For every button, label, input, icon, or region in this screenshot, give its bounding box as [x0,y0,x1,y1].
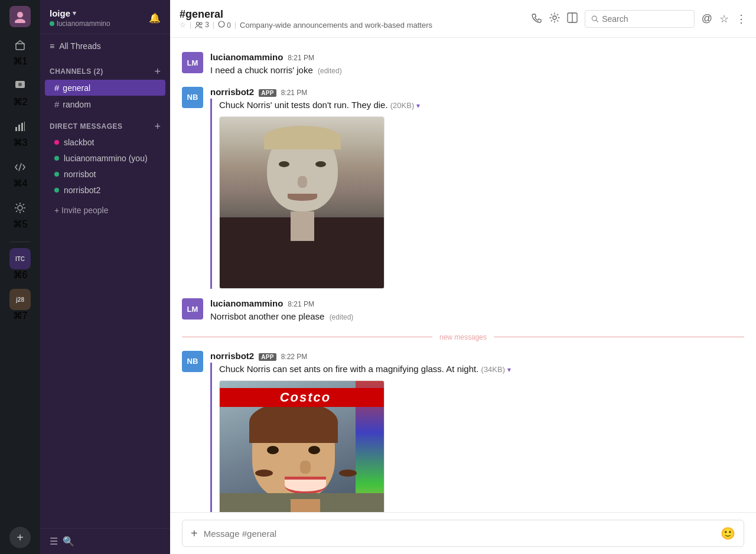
dm-name-luciano: lucianomammino (you) [64,154,148,163]
add-dm-icon[interactable]: + [154,121,161,132]
sidebar-footer-menu-icon[interactable]: ☰ [50,536,58,547]
settings-icon[interactable] [549,12,560,25]
workspace-name[interactable]: loige ▾ [50,8,110,18]
call-icon[interactable] [532,12,542,25]
sidebar-footer-search-icon[interactable]: 🔍 [63,536,74,547]
app-badge-4: APP [259,353,276,361]
new-messages-divider: new messages [170,328,756,346]
mustache-right [339,470,357,477]
dm-section-header: DIRECT MESSAGES + [40,113,170,134]
mustache-left [255,470,273,477]
rail-activity[interactable] [9,116,31,137]
rail-item-wrapper-7: j28 ⌘7 [9,289,31,321]
dm-item-norrisbot2[interactable]: norrisbot2 [45,183,165,198]
hair [264,126,341,149]
message-text-2: Chuck Norris' unit tests don't run. They… [219,99,744,112]
all-threads-link[interactable]: ≡ All Threads [40,38,170,54]
rail-starburst[interactable] [9,197,31,219]
message-content-4: norrisbot2 APP 8:22 PM Chuck Norris can … [210,351,744,513]
rail-shortcut-2: ⌘2 [13,96,28,107]
workspace-avatar[interactable] [9,6,31,27]
message-header-1: lucianomammino 8:21 PM [210,52,744,62]
layout-icon[interactable] [567,12,578,25]
svg-line-15 [23,211,24,212]
all-threads-icon: ≡ [50,41,54,51]
message-input-area: + 🙂 [170,512,756,554]
message-content-3: lucianomammino 8:21 PM Norrisbot another… [210,298,744,324]
channels-label: CHANNELS (2) [50,67,103,76]
chuck-color-image: Costco [220,381,384,512]
svg-point-0 [17,12,23,18]
rail-dms[interactable] [9,75,31,96]
rail-itc[interactable]: ITC [9,248,31,269]
rail-shortcut-3: ⌘3 [13,137,28,148]
rail-item-wrapper-3: ⌘3 [9,116,31,148]
message-author-2: norrisbot2 [210,87,254,97]
rail-shortcut-6: ⌘6 [13,269,28,281]
chuck-bw-image [220,117,384,288]
dm-label: DIRECT MESSAGES [50,122,123,131]
bot-message-4: Chuck Norris can set ants on fire with a… [210,363,744,513]
starred-items-icon[interactable]: ☆ [719,12,729,25]
message-group-4: NB norrisbot2 APP 8:22 PM Chuck Norris c… [170,346,756,513]
message-time-3: 8:21 PM [288,300,314,308]
rail-home[interactable] [9,34,31,56]
channel-star-icon[interactable]: ☆ [180,21,186,29]
avatar-norrisbot2-2: NB [182,351,203,372]
channel-name-random: random [63,100,90,109]
separator2: | [213,21,214,29]
hair-color [249,402,338,443]
svg-point-20 [219,21,224,27]
more-options-icon[interactable]: ⋮ [736,12,747,25]
rail-add-workspace[interactable]: + [9,527,31,548]
mention-icon[interactable]: @ [702,12,712,25]
icon-rail: ⌘1 ⌘2 ⌘3 ⌘4 [0,0,40,554]
mouth [288,194,317,201]
rail-j28[interactable]: j28 [9,289,31,310]
invite-people-label: + Invite people [54,206,108,215]
eyes [279,161,326,167]
message-text-3: Norrisbot another one please (edited) [210,310,744,324]
image-toggle-4[interactable]: ▾ [507,366,511,374]
emoji-icon[interactable]: 🙂 [721,526,735,540]
message-edited-1: (edited) [318,67,342,75]
notifications-bell-icon[interactable]: 🔔 [149,12,161,24]
message-header-2: norrisbot2 APP 8:21 PM [210,87,744,97]
workspace-info: loige ▾ lucianomammino [50,8,110,28]
rail-item-wrapper-1: ⌘1 [9,34,31,67]
rail-shortcut-5: ⌘5 [13,219,28,230]
neck-color [291,499,320,512]
channel-header-info: #general ☆ | 3 | [180,8,432,30]
message-group-2: NB norrisbot2 APP 8:21 PM Chuck Norris' … [170,82,756,294]
message-input[interactable] [204,529,715,539]
rail-dev[interactable] [9,157,31,178]
rail-shortcut-4: ⌘4 [13,178,28,189]
svg-point-21 [553,16,556,19]
main-chat: #general ☆ | 3 | [170,0,756,554]
chat-header: #general ☆ | 3 | [170,0,756,38]
nose-color [300,461,311,474]
message-content-2: norrisbot2 APP 8:21 PM Chuck Norris' uni… [210,87,744,289]
reactions-count: 0 [218,21,231,30]
message-image-bw [219,116,384,289]
search-box [585,10,695,28]
svg-point-18 [197,22,200,25]
search-input[interactable] [602,14,688,24]
dm-name-slackbot: slackbot [64,138,94,147]
reactions-icon [218,21,225,28]
rail-shortcut-7: ⌘7 [13,310,28,321]
attachment-plus-icon[interactable]: + [191,527,198,540]
dm-item-lucianomammino[interactable]: lucianomammino (you) [45,151,165,166]
add-channel-icon[interactable]: + [154,66,161,77]
dm-status-dot-slackbot [54,140,59,145]
image-toggle-2[interactable]: ▾ [416,102,420,110]
message-author-3: lucianomammino [210,298,283,308]
invite-people-link[interactable]: + Invite people [45,201,165,220]
channel-item-general[interactable]: # general [45,80,165,96]
dm-item-norrisbot[interactable]: norrisbot [45,167,165,182]
svg-rect-6 [18,125,20,131]
rail-item-wrapper-6: ITC ⌘6 [9,248,31,281]
rail-item-wrapper-5: ⌘5 [9,197,31,230]
dm-item-slackbot[interactable]: slackbot [45,135,165,150]
channel-item-random[interactable]: # random [45,96,165,112]
